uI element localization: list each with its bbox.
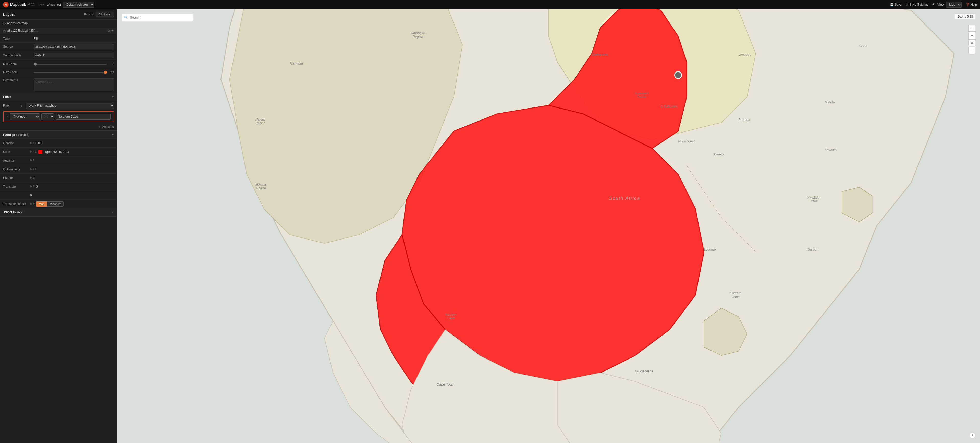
copy-icon[interactable]: ⧉ — [108, 29, 110, 32]
map-search: 🔍 — [122, 14, 193, 21]
svg-point-5 — [675, 72, 681, 78]
opacity-value: 0.8 — [38, 142, 114, 145]
paint-section-header[interactable]: Paint properties ▼ — [0, 131, 117, 139]
translate-anchor-row: Translate anchor fx Σ Map Viewport — [0, 200, 117, 208]
min-zoom-label: Min Zoom — [3, 62, 34, 66]
max-zoom-value: 24 — [109, 71, 114, 74]
translate-y-value: 0 — [30, 194, 114, 197]
json-editor-section-header[interactable]: JSON Editor ▼ — [0, 208, 117, 217]
anchor-map-button[interactable]: Map — [36, 201, 47, 207]
eye-toggle-icon[interactable]: 👁 — [111, 29, 114, 32]
layer-info: Layer Wards_test Default polygon — [38, 2, 94, 8]
filter-section-title: Filter — [3, 95, 11, 99]
app-brand: M Maputnik v2.0.0 — [3, 2, 35, 7]
info-button[interactable]: i — [969, 432, 975, 438]
properties-panel: Type Fill Source Source Layer Min Zoom 0… — [0, 35, 117, 93]
zoom-in-button[interactable]: + — [968, 24, 975, 32]
sigma-icon: Σ — [35, 150, 37, 153]
layers-list: ◎ openstreetmap ◎ a8d1264f-cb1d-485f-...… — [0, 20, 117, 35]
topbar: M Maputnik v2.0.0 Layer Wards_test Defau… — [0, 0, 980, 9]
comments-label: Comments — [3, 78, 34, 82]
sigma-icon: Σ — [35, 142, 37, 145]
gear-icon: ⚙ — [906, 3, 908, 6]
layer-item-a8d1264f[interactable]: ◎ a8d1264f-cb1d-485f-... ⧉ 👁 — [0, 27, 117, 35]
help-button[interactable]: ❓ Help — [966, 3, 977, 6]
north-up-button[interactable]: ↑ — [968, 47, 975, 54]
zoom-reset-button[interactable]: ⊕ — [968, 39, 975, 46]
filter-condition-row: ⠿ Province == — [3, 112, 114, 122]
anchor-toggle-group: Map Viewport — [36, 201, 64, 207]
color-swatch[interactable] — [38, 150, 42, 154]
save-label: Save — [895, 3, 902, 6]
zoom-display: Zoom: 5.18 — [955, 14, 975, 19]
view-label: View — [937, 3, 944, 6]
outline-color-icons: fx # Σ — [30, 168, 37, 171]
app-version: v2.0.0 — [27, 3, 34, 6]
opacity-icons: fx # Σ — [30, 142, 37, 145]
json-editor-title: JSON Editor — [3, 210, 23, 214]
min-zoom-slider[interactable] — [34, 64, 107, 65]
source-layer-label: Source Layer — [3, 54, 34, 57]
fx-icon: fx — [30, 150, 32, 153]
plus-icon: ＋ — [98, 124, 101, 129]
layer-name: Wards_test — [47, 3, 61, 6]
translate-anchor-icons: fx Σ — [30, 202, 35, 205]
sigma-icon: Σ — [33, 159, 35, 162]
view-group: 👁 View Map — [932, 2, 962, 8]
paint-collapse-icon: ▼ — [111, 133, 114, 136]
add-layer-button[interactable]: Add Layer — [96, 12, 114, 17]
topbar-actions: 💾 Save ⚙ Style Settings 👁 View Map ❓ Hel… — [890, 2, 977, 8]
layers-header: Layers Expand Add Layer — [0, 9, 117, 20]
filter-mode-select[interactable]: every Filter matches — [26, 103, 114, 109]
layer-item-label: a8d1264f-cb1d-485f-... — [7, 29, 106, 32]
opacity-label: Opacity — [3, 142, 29, 145]
layers-expand-button[interactable]: Expand — [84, 13, 94, 16]
translate-y-row: 0 — [0, 191, 117, 200]
color-label: Color — [3, 150, 29, 154]
max-zoom-slider[interactable] — [34, 72, 107, 73]
add-filter-button[interactable]: ＋ Add filter — [98, 124, 114, 129]
outline-color-row: Outline color fx # Σ — [0, 165, 117, 174]
comments-textarea[interactable] — [34, 78, 114, 91]
fx-icon: fx — [30, 202, 32, 205]
filter-section-header[interactable]: Filter ▼ — [0, 93, 117, 101]
filter-operator-select[interactable]: == — [41, 113, 54, 120]
sigma-icon: Σ — [33, 177, 35, 179]
map-search-input[interactable] — [122, 14, 193, 21]
source-layer-input[interactable] — [34, 53, 114, 58]
filter-field-select[interactable]: Province — [10, 113, 40, 120]
map-area[interactable]: OmahekeRegion Botswana Namibia HardapReg… — [118, 9, 980, 443]
fx-icon: fx — [21, 104, 23, 107]
max-zoom-row: Max Zoom 24 — [0, 68, 117, 76]
layer-label: Layer — [38, 3, 45, 6]
layer-item-openstreetmap[interactable]: ◎ openstreetmap — [0, 20, 117, 27]
filter-mode-row: Filter fx every Filter matches — [0, 101, 117, 110]
pattern-label: Pattern — [3, 176, 29, 180]
anchor-viewport-button[interactable]: Viewport — [47, 201, 64, 207]
left-panel: Layers Expand Add Layer ◎ openstreetmap … — [0, 9, 118, 443]
max-zoom-label: Max Zoom — [3, 70, 34, 74]
fx-icon: fx — [30, 185, 32, 188]
source-label: Source — [3, 45, 34, 48]
main-layout: Layers Expand Add Layer ◎ openstreetmap … — [0, 9, 980, 443]
eye-icon: ◎ — [3, 21, 6, 25]
save-button[interactable]: 💾 Save — [890, 3, 902, 6]
view-select[interactable]: Map — [946, 2, 962, 8]
min-zoom-value: 0 — [109, 62, 114, 65]
filter-collapse-icon: ▼ — [111, 96, 114, 98]
style-settings-button[interactable]: ⚙ Style Settings — [906, 3, 928, 6]
layer-item-label: openstreetmap — [7, 21, 114, 25]
opacity-row: Opacity fx # Σ 0.8 — [0, 139, 117, 148]
translate-anchor-label: Translate anchor — [3, 202, 29, 206]
zoom-out-button[interactable]: − — [968, 32, 975, 39]
filter-value-input[interactable] — [56, 114, 110, 120]
sigma-icon: Σ — [35, 168, 37, 171]
add-filter-label: Add filter — [102, 125, 114, 129]
polygon-type-dropdown[interactable]: Default polygon — [63, 2, 94, 8]
question-icon: ❓ — [966, 3, 969, 6]
app-name: Maputnik — [10, 3, 26, 6]
fx-icon: fx — [30, 142, 32, 145]
pattern-icons: fx Σ — [30, 177, 35, 179]
source-input[interactable] — [34, 44, 114, 49]
fx-icon: fx — [30, 177, 32, 179]
